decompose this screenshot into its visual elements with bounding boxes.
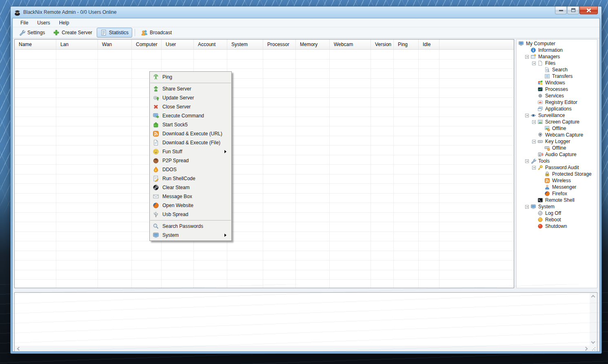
column-header-webcam[interactable]: Webcam (330, 40, 371, 49)
scroll-right-icon[interactable] (584, 347, 588, 351)
firefox-icon (544, 191, 550, 196)
registry-ab-icon: ab (537, 99, 543, 105)
column-header-account[interactable]: Account (194, 40, 227, 49)
scroll-up-icon[interactable] (591, 295, 595, 299)
tree-item-files[interactable]: Files (517, 60, 597, 66)
context-menu-item-execute-command[interactable]: Execute Command (150, 111, 231, 120)
tree-item-log-off[interactable]: Log Off (517, 210, 597, 216)
context-menu-item-message-box[interactable]: Message Box (150, 192, 231, 201)
column-header-version[interactable]: Version (371, 40, 394, 49)
column-header-memory[interactable]: Memory (296, 40, 330, 49)
tree-expander-minus-icon[interactable] (532, 62, 536, 65)
context-menu-item-share-server[interactable]: Share Server (150, 84, 231, 93)
tree-item-label: System (538, 204, 555, 210)
tree-item-registry-editor[interactable]: abRegistry Editor (517, 99, 597, 106)
scroll-down-icon[interactable] (591, 340, 595, 344)
tree-item-webcam-capture[interactable]: Webcam Capture (517, 132, 597, 138)
column-header-user[interactable]: User (162, 40, 194, 49)
tree-expander-minus-icon[interactable] (525, 55, 529, 59)
tree-item-managers[interactable]: Managers (517, 53, 597, 60)
tree-item-audio-capture[interactable]: Audio Capture (517, 151, 597, 158)
context-menu-item-start-sock5[interactable]: Start Sock5 (150, 120, 231, 129)
menubar-item-users[interactable]: Users (33, 19, 54, 26)
column-header-system[interactable]: System (227, 40, 263, 49)
titlebar[interactable]: BlackNix Remote Admin - 0/0 Users Online (11, 7, 601, 18)
tree-item-search[interactable]: Search (517, 66, 597, 73)
resize-grip-icon[interactable] (592, 347, 596, 351)
tree-item-protected-storage[interactable]: Protected Storage (517, 171, 597, 177)
context-menu-item-open-website[interactable]: Open Website (150, 201, 231, 210)
context-menu-item-fun-stuff[interactable]: Fun Stuff (150, 147, 231, 156)
log-horizontal-scrollbar[interactable] (15, 346, 590, 352)
context-menu-item-ddos[interactable]: DDOS (150, 165, 231, 174)
context-menu-item-system[interactable]: System (150, 231, 231, 240)
tree-item-transfers[interactable]: Transfers (517, 73, 597, 79)
menubar-item-help[interactable]: Help (55, 19, 74, 26)
tree-item-my-computer[interactable]: My Computer (517, 40, 597, 47)
tree-item-shutdown[interactable]: Shutdown (517, 223, 597, 229)
tree-expander-minus-icon[interactable] (532, 166, 536, 170)
column-header-lan[interactable]: Lan (56, 40, 98, 49)
column-header-name[interactable]: Name (15, 40, 56, 49)
tree-item-label: Screen Capture (545, 119, 579, 125)
connections-listview[interactable]: NameLanWanComputerUserAccountSystemProce… (14, 39, 514, 288)
tree-item-processes[interactable]: Processes (517, 86, 597, 93)
context-menu-item-update-server[interactable]: Update Server (150, 93, 231, 102)
tree-expander-minus-icon[interactable] (532, 140, 536, 143)
tree-item-reboot[interactable]: Reboot (517, 216, 597, 223)
toolbar-button-settings[interactable]: Settings (15, 28, 49, 38)
context-menu-item-label: Message Box (162, 194, 229, 199)
log-textarea[interactable] (15, 293, 590, 346)
close-button[interactable] (579, 7, 598, 14)
context-menu-item-usb-spread[interactable]: Usb Spread (150, 210, 231, 219)
context-menu-item-p2p-spread[interactable]: P2P Spread (150, 156, 231, 165)
tree-item-windows[interactable]: Windows (517, 79, 597, 86)
toolbar-button-create-server[interactable]: Create Server (49, 28, 96, 38)
scroll-left-icon[interactable] (17, 347, 21, 351)
document-icon (153, 139, 159, 146)
tree-item-key-logger[interactable]: Key Logger (517, 138, 597, 145)
tree-item-password-audit[interactable]: Password Audit (517, 164, 597, 171)
tree-item-firefox[interactable]: Firefox (517, 190, 597, 197)
toolbar: SettingsCreate ServerStatisticsBroadcast (13, 27, 599, 38)
toolbar-button-statistics[interactable]: Statistics (97, 28, 132, 38)
context-menu-item-run-shellcode[interactable]: Run ShellCode (150, 174, 231, 183)
tree-item-tools[interactable]: Tools (517, 158, 597, 164)
tree-item-offline[interactable]: Offline (517, 145, 597, 151)
tree-item-system[interactable]: System (517, 203, 597, 210)
minimize-button[interactable] (555, 7, 567, 14)
maximize-button[interactable] (567, 7, 579, 14)
column-header-wan[interactable]: Wan (98, 40, 132, 49)
listview-body[interactable] (15, 50, 514, 288)
tree-item-screen-capture[interactable]: Screen Capture (517, 119, 597, 125)
column-header-idle[interactable]: Idle (419, 40, 439, 49)
tree-item-remote-shell[interactable]: Remote Shell (517, 197, 597, 203)
log-vertical-scrollbar[interactable] (590, 293, 597, 346)
tree-item-applications[interactable]: Applications (517, 106, 597, 112)
context-menu-item-ping[interactable]: Ping (150, 73, 231, 82)
context-menu-item-download-execute-file[interactable]: Download & Execute (File) (150, 138, 231, 147)
tree-item-information[interactable]: Information (517, 47, 597, 53)
column-header-computer[interactable]: Computer (132, 40, 162, 49)
toolbar-button-broadcast[interactable]: Broadcast (138, 28, 175, 38)
context-menu-item-close-server[interactable]: Close Server (150, 102, 231, 111)
context-menu-item-search-passwords[interactable]: Search Passwords (150, 222, 231, 231)
tree-item-messenger[interactable]: Messenger (517, 184, 597, 190)
toolbar-button-label: Broadcast (150, 30, 172, 35)
tree-item-label: Windows (545, 80, 565, 86)
column-header-ping[interactable]: Ping (394, 40, 419, 49)
lock-icon (544, 171, 550, 177)
context-menu-item-clear-steam[interactable]: Clear Steam (150, 183, 231, 192)
tree-item-surveillance[interactable]: Surveillance (517, 112, 597, 119)
tree-item-offline[interactable]: Offline (517, 125, 597, 132)
grid-column-line (56, 50, 56, 288)
tree-item-wireless[interactable]: Wireless (517, 177, 597, 184)
column-header-processor[interactable]: Processor (263, 40, 296, 49)
tree-item-services[interactable]: Services (517, 93, 597, 99)
tree-expander-minus-icon[interactable] (532, 120, 536, 124)
tree-expander-minus-icon[interactable] (525, 114, 529, 117)
tree-expander-minus-icon[interactable] (525, 205, 529, 209)
tree-expander-minus-icon[interactable] (525, 159, 529, 163)
menubar-item-file[interactable]: File (16, 19, 33, 26)
context-menu-item-download-execute-url[interactable]: Download & Execute (URL) (150, 129, 231, 138)
